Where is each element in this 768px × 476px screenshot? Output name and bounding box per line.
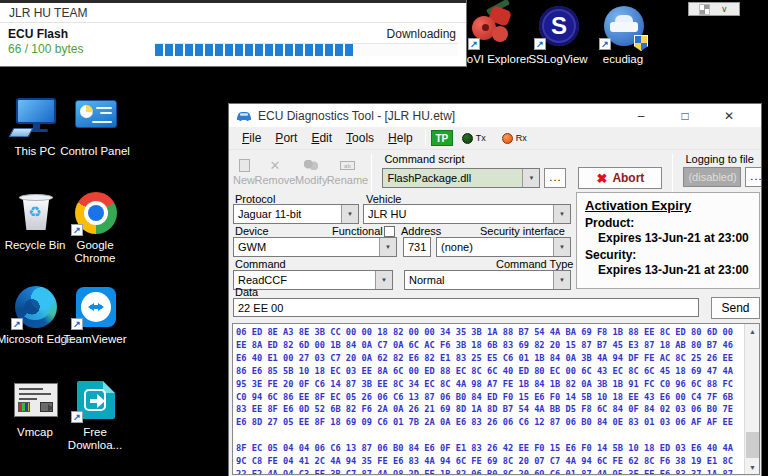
rename-button[interactable]: ab Rename [327, 152, 367, 191]
command-type-label: Command Type [496, 258, 573, 270]
grid-icon [700, 5, 709, 14]
scroll-up-icon[interactable]: ▲ [745, 324, 760, 338]
logging-browse-button[interactable]: ... [745, 167, 762, 187]
command-script-select[interactable]: FlashPackage.dll ▼ [382, 168, 540, 188]
window-title: ECU Diagnostics Tool - [JLR HU.etw] [258, 109, 619, 123]
divider [672, 154, 673, 192]
security-interface-select[interactable]: (none) ▼ [436, 237, 571, 257]
hex-scrollbar[interactable]: ▲ ▼ [744, 324, 759, 474]
icon-label: ecudiag [584, 53, 662, 66]
shortcut-arrow-icon: ↗ [11, 318, 23, 330]
close-button[interactable]: ✕ [707, 104, 751, 127]
shortcut-arrow-icon: ↗ [599, 38, 611, 50]
security-interface-label: Security interface [480, 225, 565, 237]
data-input[interactable]: 22 EE 00 [233, 298, 699, 317]
shortcut-arrow-icon: ↗ [534, 38, 546, 50]
new-document-icon [239, 159, 250, 172]
dialog-title: JLR HU TEAM [0, 3, 466, 22]
vehicle-select[interactable]: JLR HU ▼ [363, 204, 571, 224]
remove-button[interactable]: ✕ Remove [255, 152, 295, 191]
chevron-down-icon: ▼ [341, 205, 358, 223]
chevron-down-icon: ▼ [375, 271, 392, 289]
toolbar: New ✕ Remove Modify ab Rename Command sc… [229, 149, 761, 194]
recycle-bin-icon: ♻ [11, 190, 59, 236]
chevron-down-icon: ▼ [553, 271, 570, 289]
control-panel-icon [71, 96, 119, 142]
send-button[interactable]: Send [711, 297, 760, 319]
chevron-down-icon: ∨ [721, 5, 728, 14]
modify-button[interactable]: Modify [295, 152, 327, 191]
screen-share-mini-toolbar[interactable]: ∨ [688, 2, 740, 16]
remove-x-icon: ✕ [270, 157, 281, 173]
progress-bar [155, 43, 458, 56]
desktop-icon-teamviewer[interactable]: ↗ TeamViewer [56, 284, 134, 346]
tp-indicator[interactable]: TP [431, 130, 453, 146]
divider [371, 154, 372, 192]
tx-label: Tx [476, 133, 486, 143]
device-select[interactable]: GWM ▼ [233, 237, 397, 257]
security-label: Security: [585, 248, 751, 262]
command-type-select[interactable]: Normal ▼ [404, 270, 571, 290]
scrollbar-thumb[interactable] [746, 432, 759, 458]
menu-edit[interactable]: Edit [304, 129, 339, 147]
chevron-down-icon: ▼ [553, 238, 570, 256]
product-label: Product: [585, 216, 751, 230]
flash-progress-dialog: JLR HU TEAM ECU Flash Downloading 66 / 1… [0, 0, 467, 67]
address-label: Address [401, 225, 441, 237]
address-input[interactable]: 731 [403, 237, 431, 257]
shortcut-arrow-icon: ↗ [71, 411, 83, 423]
shortcut-arrow-icon: ↗ [71, 224, 83, 236]
hex-dump-text: 06 ED 8E A3 8E 3B CC 00 00 18 82 00 00 3… [236, 326, 743, 474]
menu-port[interactable]: Port [268, 129, 304, 147]
command-script-browse-button[interactable]: ... [544, 168, 566, 188]
desktop: This PC Control Panel ♻ Recycle Bin ↗ Go… [0, 0, 768, 476]
desktop-icon-ecudiag[interactable]: ↗ ecudiag [584, 4, 662, 66]
modify-icon [304, 160, 318, 170]
desktop-icon-free-download[interactable]: ↗ Free Downloa... [56, 377, 134, 452]
edge-icon: ↗ [11, 284, 59, 330]
hex-dump-panel: 06 ED 8E A3 8E 3B CC 00 00 18 82 00 00 3… [232, 323, 760, 475]
logging-file-value: (disabled) [683, 167, 741, 187]
data-label: Data [235, 286, 258, 298]
progress-bytes: 66 / 100 bytes [8, 42, 83, 56]
app-car-icon [236, 110, 252, 122]
menu-file[interactable]: File [235, 129, 268, 147]
command-form: Protocol Jaguar 11-bit ▼ Vehicle JLR HU … [229, 194, 761, 324]
activation-title: Activation Expiry [585, 198, 751, 213]
ecudiag-icon: ↗ [599, 4, 647, 50]
security-expiry: Expires 13-Jun-21 at 23:00 [598, 263, 751, 277]
icon-label: Control Panel [56, 145, 134, 158]
title-bar[interactable]: ECU Diagnostics Tool - [JLR HU.etw] – □ … [229, 104, 761, 127]
desktop-icon-control-panel[interactable]: Control Panel [56, 96, 134, 158]
ecu-diagnostics-window: ECU Diagnostics Tool - [JLR HU.etw] – □ … [228, 103, 762, 476]
menu-tools[interactable]: Tools [339, 129, 381, 147]
scroll-down-icon[interactable]: ▼ [745, 460, 760, 474]
abort-x-icon: ✖ [596, 171, 607, 186]
rx-label: Rx [516, 133, 527, 143]
chevron-down-icon: ▼ [379, 238, 396, 256]
maximize-button[interactable]: □ [663, 104, 707, 127]
divider [425, 130, 426, 146]
minimize-button[interactable]: – [619, 104, 663, 127]
abort-button[interactable]: ✖ Abort [578, 167, 662, 189]
product-expiry: Expires 13-Jun-21 at 23:00 [598, 231, 751, 245]
teamviewer-icon: ↗ [71, 284, 119, 330]
menu-bar: File Port Edit Tools Help TP Tx Rx [229, 127, 761, 149]
icon-label: Free Downloa... [56, 426, 134, 452]
command-script-label: Command script [384, 153, 662, 165]
logging-label: Logging to file [685, 153, 762, 165]
shortcut-arrow-icon: ↗ [468, 38, 480, 50]
status-text: Downloading [387, 27, 456, 41]
protocol-select[interactable]: Jaguar 11-bit ▼ [233, 204, 359, 224]
functional-checkbox[interactable] [384, 226, 395, 237]
device-label: Device [235, 225, 269, 237]
rx-led-icon [502, 133, 513, 144]
new-button[interactable]: New [233, 152, 255, 191]
desktop-icon-google-chrome[interactable]: ↗ Google Chrome [56, 190, 134, 265]
chevron-down-icon: ▼ [553, 205, 570, 223]
this-pc-icon [11, 96, 59, 142]
menu-help[interactable]: Help [381, 129, 420, 147]
vmcap-icon [11, 377, 59, 423]
neovi-explorer-icon: ↗ [468, 4, 516, 50]
chrome-icon: ↗ [71, 190, 119, 236]
